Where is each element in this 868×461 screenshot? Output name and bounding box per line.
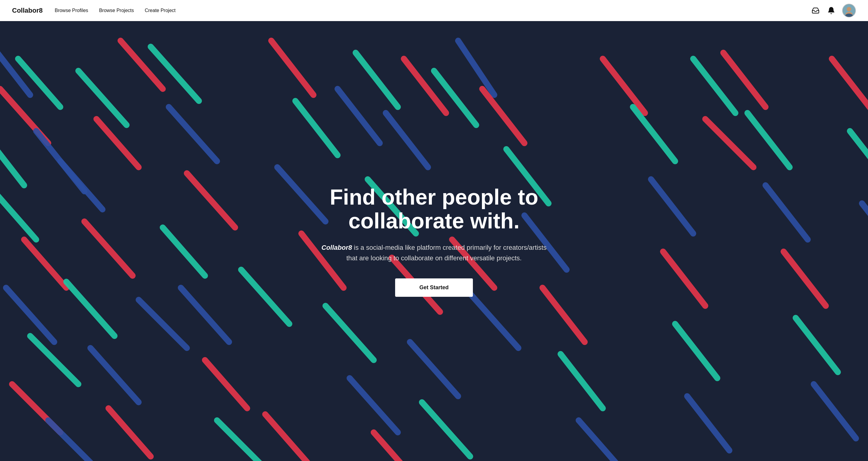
navbar: Collabor8 Browse Profiles Browse Project… — [0, 0, 868, 21]
svg-line-75 — [338, 89, 380, 143]
svg-line-69 — [410, 342, 458, 396]
svg-point-1 — [847, 7, 851, 11]
svg-line-12 — [48, 420, 96, 461]
svg-line-5 — [0, 89, 48, 143]
svg-line-51 — [723, 53, 766, 107]
svg-line-52 — [747, 113, 789, 167]
svg-line-11 — [12, 384, 60, 432]
svg-line-32 — [350, 378, 398, 432]
nav-link-create-project[interactable]: Create Project — [145, 8, 176, 13]
user-avatar[interactable] — [842, 4, 856, 18]
svg-line-20 — [151, 47, 199, 101]
svg-line-6 — [36, 131, 84, 191]
svg-line-65 — [121, 41, 163, 89]
svg-line-74 — [705, 119, 753, 167]
nav-link-browse-projects[interactable]: Browse Projects — [99, 8, 134, 13]
svg-line-73 — [693, 59, 735, 113]
svg-line-13 — [79, 71, 127, 125]
hero-subtitle-text: is a social-media like platform created … — [346, 244, 547, 262]
svg-line-47 — [651, 179, 693, 234]
svg-line-38 — [458, 41, 494, 95]
svg-line-55 — [796, 318, 838, 372]
svg-line-50 — [687, 396, 730, 451]
svg-line-14 — [96, 119, 138, 167]
hero-title: Find other people to collaborate with. — [304, 185, 564, 233]
svg-line-35 — [386, 113, 428, 167]
svg-line-21 — [169, 107, 217, 161]
bell-icon[interactable] — [827, 6, 836, 16]
svg-line-64 — [0, 131, 24, 185]
svg-line-58 — [850, 131, 868, 185]
inbox-icon[interactable] — [811, 6, 820, 16]
svg-line-19 — [108, 408, 151, 457]
svg-line-27 — [271, 41, 313, 95]
svg-line-56 — [814, 384, 856, 438]
svg-line-16 — [84, 221, 133, 276]
svg-line-25 — [205, 360, 247, 408]
svg-line-9 — [6, 288, 54, 342]
nav-links: Browse Profiles Browse Projects Create P… — [55, 8, 811, 13]
svg-line-43 — [561, 354, 603, 408]
svg-line-39 — [482, 89, 524, 143]
svg-line-15 — [60, 161, 102, 209]
svg-line-48 — [663, 252, 705, 306]
svg-line-22 — [187, 173, 235, 227]
svg-line-37 — [434, 71, 476, 125]
svg-line-33 — [374, 432, 416, 461]
svg-line-49 — [675, 324, 717, 378]
svg-line-63 — [0, 41, 30, 95]
nav-brand[interactable]: Collabor8 — [12, 7, 42, 14]
hero-brand-emphasis: Collabor8 — [321, 244, 352, 251]
svg-line-36 — [404, 59, 446, 113]
svg-line-53 — [766, 185, 808, 240]
svg-line-57 — [832, 59, 868, 113]
svg-line-4 — [18, 59, 60, 107]
svg-line-10 — [30, 336, 79, 384]
svg-line-7 — [0, 191, 36, 240]
svg-line-59 — [862, 204, 868, 257]
svg-line-68 — [265, 414, 307, 461]
svg-line-31 — [326, 306, 374, 360]
nav-link-browse-profiles[interactable]: Browse Profiles — [55, 8, 88, 13]
svg-line-28 — [296, 101, 338, 155]
hero-section: .s-red { stroke: #e8354a; } .s-teal { st… — [0, 21, 868, 461]
svg-line-70 — [422, 402, 470, 457]
svg-line-54 — [784, 252, 826, 306]
svg-line-18 — [90, 348, 138, 402]
svg-line-23 — [163, 227, 205, 276]
svg-line-46 — [633, 107, 675, 161]
hero-content: Find other people to collaborate with. C… — [299, 173, 569, 309]
svg-line-34 — [355, 53, 398, 107]
svg-line-67 — [241, 270, 289, 324]
svg-line-45 — [603, 59, 645, 113]
hero-subtitle: Collabor8 is a social-media like platfor… — [319, 242, 549, 263]
svg-line-17 — [66, 282, 115, 336]
get-started-button[interactable]: Get Started — [395, 278, 472, 297]
svg-line-26 — [217, 420, 265, 461]
svg-line-8 — [24, 240, 66, 288]
svg-line-44 — [579, 420, 621, 461]
svg-line-66 — [138, 300, 187, 348]
svg-line-24 — [181, 288, 229, 342]
nav-right — [811, 4, 856, 18]
